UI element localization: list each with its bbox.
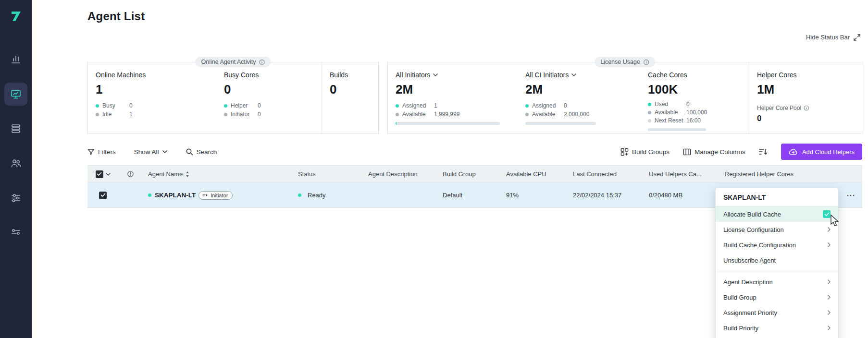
users-icon (10, 157, 22, 169)
initiators-usage-bar (396, 122, 500, 125)
column-last-connected[interactable]: Last Connected (567, 170, 643, 178)
table-header: Agent Name Status Agent Description Buil… (87, 165, 862, 183)
row-more-button[interactable]: ⋯ (846, 190, 856, 201)
info-icon[interactable] (259, 59, 265, 65)
cloud-plus-icon (789, 148, 798, 155)
stat-helper-cores: Helper Cores 1M Helper Core Pool 0 (749, 62, 862, 133)
column-available-cpu[interactable]: Available CPU (500, 170, 567, 178)
build-group-cell: Default (437, 192, 500, 199)
check-icon (97, 172, 102, 176)
agents-icon (10, 88, 22, 100)
chevron-down-icon[interactable] (433, 73, 438, 76)
legend-available: Available2,000,000 (525, 111, 640, 118)
column-agent-description[interactable]: Agent Description (362, 170, 437, 178)
stat-online-machines: Online Machines 1 Busy0 Idle1 (88, 62, 216, 133)
legend-available: Available1,999,999 (396, 111, 518, 118)
check-icon (824, 212, 830, 217)
stat-value: 2M (396, 82, 518, 97)
select-all-checkbox[interactable] (96, 170, 103, 178)
stat-value: 100K (648, 82, 749, 97)
stat-value: 2M (525, 82, 640, 97)
search-button[interactable]: Search (186, 148, 217, 156)
menu-item-unsubscribe-agent[interactable]: Unsubscribe Agent (716, 253, 838, 268)
manage-columns-icon (683, 148, 691, 156)
last-connected-cell: 22/02/2024 15:37 (567, 192, 643, 199)
available-cpu-cell: 91% (500, 192, 567, 199)
menu-item-build-group[interactable]: Build Group (716, 290, 838, 305)
menu-item-build-cache-configuration[interactable]: Build Cache Configuration (716, 237, 838, 253)
sliders-icon (10, 192, 22, 204)
menu-divider (716, 271, 838, 271)
sort-order-button[interactable] (759, 148, 768, 156)
row-checkbox[interactable] (99, 192, 107, 199)
legend-dot (648, 103, 651, 106)
stat-value: 1M (757, 82, 862, 97)
select-options-chevron-icon[interactable] (106, 173, 111, 176)
info-icon[interactable] (804, 105, 809, 111)
online-agent-activity-title: Online Agent Activity (196, 57, 271, 67)
sidebar (0, 0, 32, 338)
sort-arrows-icon[interactable] (186, 171, 189, 177)
logo-icon (9, 9, 23, 23)
stat-all-initiators: All Initiators 2M Assigned1 Available1,9… (388, 62, 518, 133)
legend-dot (96, 113, 99, 116)
sidebar-item-agents[interactable] (4, 83, 27, 106)
sidebar-item-dashboard[interactable] (4, 48, 27, 71)
sidebar-item-users[interactable] (4, 152, 27, 175)
legend-dot (224, 104, 227, 108)
legend-busy: Busy0 (96, 102, 216, 109)
legend-initiator: Initiator0 (224, 111, 322, 118)
helper-core-pool-value: 0 (757, 114, 862, 123)
agent-name[interactable]: SKAPLAN-LT (155, 192, 196, 199)
build-groups-icon (620, 148, 629, 156)
pipeline-icon (10, 226, 22, 238)
layers-icon (10, 123, 22, 134)
sidebar-item-pipelines[interactable] (4, 220, 27, 243)
chevron-down-icon[interactable] (571, 73, 576, 76)
legend-assigned: Assigned0 (525, 102, 640, 109)
chart-icon (10, 53, 22, 65)
agent-status-dot (148, 193, 151, 197)
context-menu-title: SKAPLAN-LT (716, 188, 838, 206)
legend-dot (96, 104, 99, 108)
ready-status-dot (298, 193, 301, 197)
sidebar-item-settings[interactable] (4, 186, 27, 209)
initiator-badge: Initiator (198, 191, 233, 200)
sidebar-item-builds[interactable] (4, 117, 27, 140)
check-icon (100, 193, 106, 197)
column-agent-name[interactable]: Agent Name (142, 170, 292, 178)
chevron-right-icon (828, 227, 831, 232)
stat-value: 0 (224, 82, 322, 97)
menu-item-assignment-priority[interactable]: Assignment Priority (716, 305, 838, 320)
column-status[interactable]: Status (292, 170, 362, 178)
column-registered-helper-cores[interactable]: Registered Helper Cores (719, 170, 862, 178)
legend-dot (648, 119, 651, 122)
legend-available: Available100,000 (648, 109, 749, 116)
table-toolbar: Filters Show All Search Build Groups Man… (87, 142, 862, 161)
legend-used: Used0 (648, 101, 749, 108)
legend-idle: Idle1 (96, 111, 216, 118)
show-all-dropdown[interactable]: Show All (134, 148, 167, 156)
stat-value: 0 (330, 82, 378, 97)
hide-status-bar-button[interactable]: Hide Status Bar (806, 34, 860, 41)
menu-item-agent-description[interactable]: Agent Description (716, 274, 838, 290)
filters-button[interactable]: Filters (87, 148, 116, 156)
menu-item-license-configuration[interactable]: License Configuration (716, 222, 838, 237)
column-build-group[interactable]: Build Group (437, 170, 500, 178)
license-usage-panel: License Usage All Initiators 2M Assigned… (387, 62, 862, 134)
allocate-build-cache-checkbox[interactable] (823, 210, 831, 218)
info-icon[interactable] (643, 59, 649, 65)
menu-item-allocate-build-cache[interactable]: Allocate Build Cache (716, 206, 838, 222)
menu-item-build-priority[interactable]: Build Priority (716, 320, 838, 336)
column-used-helpers[interactable]: Used Helpers Ca... (643, 170, 719, 178)
agent-context-menu: SKAPLAN-LT Allocate Build Cache License … (715, 188, 839, 338)
helper-core-pool-label: Helper Core Pool (757, 105, 862, 111)
legend-dot (224, 113, 227, 116)
chevron-right-icon (828, 279, 831, 284)
app-logo[interactable] (0, 0, 32, 32)
add-cloud-helpers-button[interactable]: Add Cloud Helpers (781, 144, 862, 160)
initiator-icon (202, 193, 208, 197)
alert-circle-icon[interactable] (127, 170, 134, 178)
manage-columns-button[interactable]: Manage Columns (683, 148, 745, 156)
build-groups-button[interactable]: Build Groups (620, 148, 670, 156)
